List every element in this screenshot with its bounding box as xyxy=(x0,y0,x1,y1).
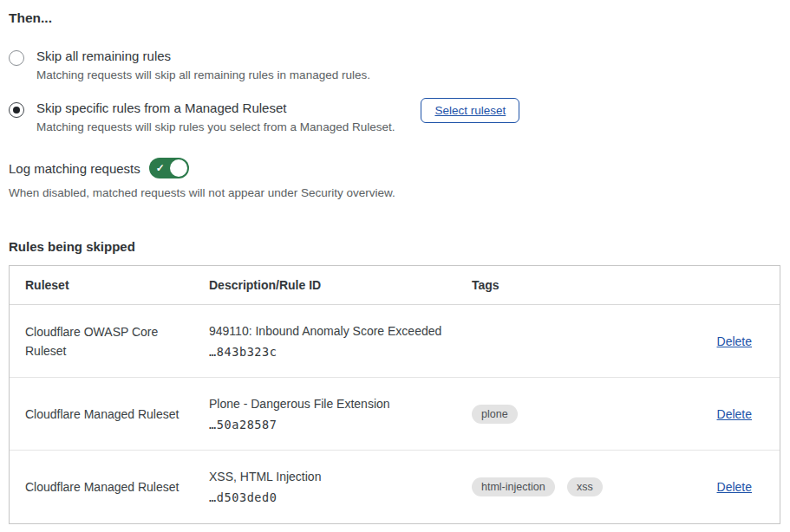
column-header-tags: Tags xyxy=(456,266,667,304)
column-header-ruleset: Ruleset xyxy=(10,266,193,304)
delete-link[interactable]: Delete xyxy=(717,480,752,494)
then-heading: Then... xyxy=(9,10,781,26)
table-row: Cloudflare Managed Ruleset XSS, HTML Inj… xyxy=(10,451,780,523)
action-cell: Delete xyxy=(667,406,780,422)
rule-id: …843b323c xyxy=(209,345,447,359)
column-header-action xyxy=(667,273,780,297)
ruleset-cell: Cloudflare Managed Ruleset xyxy=(10,477,193,496)
option-description: Matching requests will skip rules you se… xyxy=(36,120,395,133)
option-text: Skip specific rules from a Managed Rules… xyxy=(36,101,395,133)
log-toggle-description: When disabled, matched requests will not… xyxy=(9,186,781,199)
select-ruleset-button[interactable]: Select ruleset xyxy=(421,98,519,123)
action-cell: Delete xyxy=(667,334,780,349)
ruleset-cell: Cloudflare Managed Ruleset xyxy=(10,405,193,424)
waf-rule-config-page: Then... Skip all remaining rules Matchin… xyxy=(0,0,790,524)
radio-skip-all-rules[interactable] xyxy=(9,50,24,66)
rule-id: …d503ded0 xyxy=(209,490,447,504)
log-toggle-switch[interactable]: ✓ xyxy=(149,158,189,178)
delete-link[interactable]: Delete xyxy=(717,334,752,348)
toggle-knob xyxy=(170,159,187,177)
rule-id: …50a28587 xyxy=(209,418,447,431)
rules-skipped-heading: Rules being skipped xyxy=(9,239,781,254)
log-toggle-label: Log matching requests xyxy=(9,161,140,176)
rule-description: 949110: Inbound Anomaly Score Exceeded xyxy=(209,324,447,338)
tag-badge: xss xyxy=(567,477,603,496)
rules-skipped-table: Ruleset Description/Rule ID Tags Cloudfl… xyxy=(9,265,780,524)
ruleset-cell: Cloudflare OWASP Core Ruleset xyxy=(10,322,193,360)
tag-badge: plone xyxy=(472,405,518,424)
tags-cell: plone xyxy=(456,405,667,424)
description-cell: Plone - Dangerous File Extension …50a285… xyxy=(193,397,456,431)
delete-link[interactable]: Delete xyxy=(717,407,752,421)
log-matching-requests-row: Log matching requests ✓ xyxy=(9,158,781,178)
rule-description: XSS, HTML Injection xyxy=(209,470,447,483)
tags-cell: html-injection xss xyxy=(456,477,667,496)
option-text: Skip all remaining rules Matching reques… xyxy=(36,49,370,81)
option-label[interactable]: Skip all remaining rules xyxy=(36,49,370,63)
option-label[interactable]: Skip specific rules from a Managed Rules… xyxy=(36,101,395,115)
option-skip-specific-rules: Skip specific rules from a Managed Rules… xyxy=(9,101,781,133)
radio-skip-specific-rules[interactable] xyxy=(9,102,24,118)
description-cell: XSS, HTML Injection …d503ded0 xyxy=(193,470,456,504)
table-row: Cloudflare OWASP Core Ruleset 949110: In… xyxy=(10,305,780,378)
option-description: Matching requests will skip all remainin… xyxy=(36,68,370,81)
action-cell: Delete xyxy=(667,479,780,495)
table-header-row: Ruleset Description/Rule ID Tags xyxy=(10,266,780,305)
table-row: Cloudflare Managed Ruleset Plone - Dange… xyxy=(10,378,780,451)
tag-badge: html-injection xyxy=(472,477,555,496)
option-skip-all-rules: Skip all remaining rules Matching reques… xyxy=(9,49,781,81)
description-cell: 949110: Inbound Anomaly Score Exceeded …… xyxy=(193,324,456,359)
action-options: Skip all remaining rules Matching reques… xyxy=(9,49,781,133)
column-header-description: Description/Rule ID xyxy=(193,266,456,304)
check-icon: ✓ xyxy=(156,161,165,175)
rule-description: Plone - Dangerous File Extension xyxy=(209,397,447,411)
